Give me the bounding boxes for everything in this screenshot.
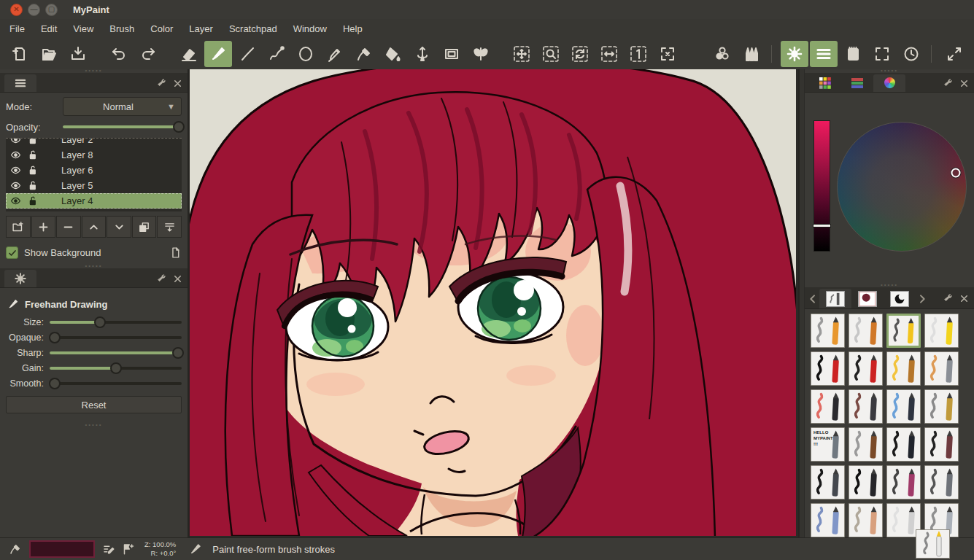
opaque-slider[interactable]	[50, 331, 182, 344]
pan-view-button[interactable]	[508, 41, 536, 67]
layer-visible-eye-icon[interactable]	[10, 180, 21, 191]
background-chooser-button[interactable]	[169, 246, 182, 259]
brush-sponge[interactable]	[924, 389, 959, 424]
fit-view-button[interactable]	[654, 41, 681, 67]
canvas-area[interactable]	[190, 69, 798, 537]
color-window-button[interactable]	[708, 41, 736, 67]
recent-history-button[interactable]	[897, 41, 925, 67]
layer-visible-eye-icon[interactable]	[10, 165, 21, 176]
layer-visible-eye-icon[interactable]	[10, 149, 21, 160]
brush-spray-gray[interactable]	[924, 465, 959, 499]
symmetry-tool-button[interactable]	[467, 41, 495, 67]
slider-knob[interactable]	[110, 362, 122, 374]
slider-knob[interactable]	[173, 121, 185, 133]
panel-settings-wrench-icon[interactable]	[155, 273, 166, 284]
tab-tool-options[interactable]	[4, 270, 36, 287]
layer-row-layer-5[interactable]: Layer 5	[6, 178, 182, 193]
value-slider[interactable]	[813, 120, 830, 252]
slider-knob[interactable]	[94, 316, 106, 328]
brush-finger-smudge[interactable]	[849, 503, 883, 537]
layer-unlocked-icon[interactable]	[27, 138, 38, 145]
layer-opacity-slider[interactable]	[63, 120, 182, 133]
pick-color-icon[interactable]	[6, 542, 25, 556]
layer-unlocked-icon[interactable]	[27, 180, 38, 191]
mirror-view-button[interactable]	[595, 41, 623, 67]
scratchpad-panel-button[interactable]	[839, 41, 867, 67]
slider-knob[interactable]	[172, 347, 184, 359]
remove-layer-button[interactable]	[56, 216, 81, 238]
hsv-color-wheel[interactable]	[837, 122, 967, 252]
fullscreen-mode-button[interactable]	[868, 41, 896, 67]
brush-pencil-hb[interactable]	[849, 314, 883, 348]
window-close-button[interactable]: ✕	[10, 4, 23, 16]
menu-layer[interactable]: Layer	[181, 21, 221, 36]
brush-smudge-orange[interactable]	[924, 351, 959, 386]
eraser-tool-button[interactable]	[175, 41, 203, 67]
brush-pencil-light[interactable]	[924, 314, 959, 348]
layer-row-layer-2[interactable]: Layer 2	[6, 138, 182, 147]
current-color-swatch[interactable]	[29, 540, 95, 558]
layer-unlocked-icon[interactable]	[27, 149, 38, 160]
brush-ink-frame-pen[interactable]	[886, 427, 921, 462]
brush-ink-brush-bold[interactable]	[811, 351, 845, 386]
layer-mode-dropdown[interactable]: Normal ▼	[63, 97, 182, 116]
panel-close-icon[interactable]	[959, 78, 970, 89]
smooth-slider[interactable]	[50, 377, 182, 390]
layers-panel-button[interactable]	[810, 41, 838, 67]
brush-quill[interactable]	[811, 465, 845, 499]
brush-spray-magenta[interactable]	[886, 465, 921, 499]
undo-button[interactable]	[105, 41, 133, 67]
window-maximize-button[interactable]: ▢	[45, 4, 58, 16]
tab-palette[interactable]	[809, 74, 841, 92]
brush-window-button[interactable]	[738, 41, 765, 67]
gain-slider[interactable]	[50, 362, 182, 375]
connected-lines-tool-button[interactable]	[263, 41, 290, 67]
brush-charcoal[interactable]	[849, 427, 883, 462]
tab-color-wheel[interactable]	[873, 74, 905, 92]
line-tool-button[interactable]	[233, 41, 261, 67]
rotate-view-button[interactable]	[566, 41, 594, 67]
tab-brush-group-set[interactable]	[884, 289, 916, 308]
tab-brush-group-classic[interactable]	[819, 289, 851, 308]
menu-window[interactable]: Window	[285, 21, 335, 36]
layer-visible-eye-icon[interactable]	[10, 138, 21, 145]
pick-color-tool-button[interactable]	[350, 41, 378, 67]
tool-options-panel-button[interactable]	[781, 41, 808, 67]
reset-button[interactable]: Reset	[6, 396, 182, 413]
layer-row-layer-4[interactable]: Layer 4	[6, 193, 182, 209]
panel-close-icon[interactable]	[959, 293, 970, 304]
layer-visible-eye-icon[interactable]	[10, 195, 21, 206]
value-slider-handle[interactable]	[813, 224, 831, 228]
layer-row-layer-6[interactable]: Layer 6	[6, 163, 182, 178]
brush-bold-marker[interactable]	[849, 465, 883, 499]
layer-unlocked-icon[interactable]	[27, 195, 38, 206]
tab-brush-group-experimental[interactable]	[851, 289, 884, 308]
freehand-tool-button[interactable]	[204, 41, 232, 67]
layer-unlocked-icon[interactable]	[27, 165, 38, 176]
brush-hello-mypaint-pen[interactable]: HELLO MYPAINT !!!	[811, 427, 845, 462]
inking-tool-button[interactable]	[321, 41, 349, 67]
panel-settings-wrench-icon[interactable]	[942, 293, 953, 304]
window-minimize-button[interactable]: —	[28, 4, 40, 16]
current-brush-preview[interactable]	[916, 529, 950, 559]
duplicate-layer-button[interactable]	[132, 216, 157, 238]
flood-fill-tool-button[interactable]	[379, 41, 407, 67]
brush-chalk-blue[interactable]	[811, 503, 845, 537]
sharp-slider[interactable]	[50, 346, 182, 359]
expand-window-button[interactable]	[940, 41, 968, 67]
menu-brush[interactable]: Brush	[101, 21, 142, 36]
move-layer-tool-button[interactable]	[409, 41, 436, 67]
brush-pencil-2b[interactable]	[811, 314, 845, 348]
redo-button[interactable]	[134, 41, 162, 67]
brush-marker-maroon[interactable]	[924, 427, 959, 462]
new-file-button[interactable]	[6, 41, 34, 67]
frame-tool-button[interactable]	[438, 41, 465, 67]
merge-layer-down-button[interactable]	[157, 216, 182, 238]
show-background-checkbox[interactable]	[6, 246, 18, 259]
brush-ink-brush[interactable]	[849, 351, 883, 386]
zoom-view-button[interactable]	[537, 41, 565, 67]
size-slider[interactable]	[50, 316, 182, 329]
menu-color[interactable]: Color	[142, 21, 181, 36]
menu-help[interactable]: Help	[335, 21, 371, 36]
edit-brush-settings-icon[interactable]	[99, 542, 118, 556]
